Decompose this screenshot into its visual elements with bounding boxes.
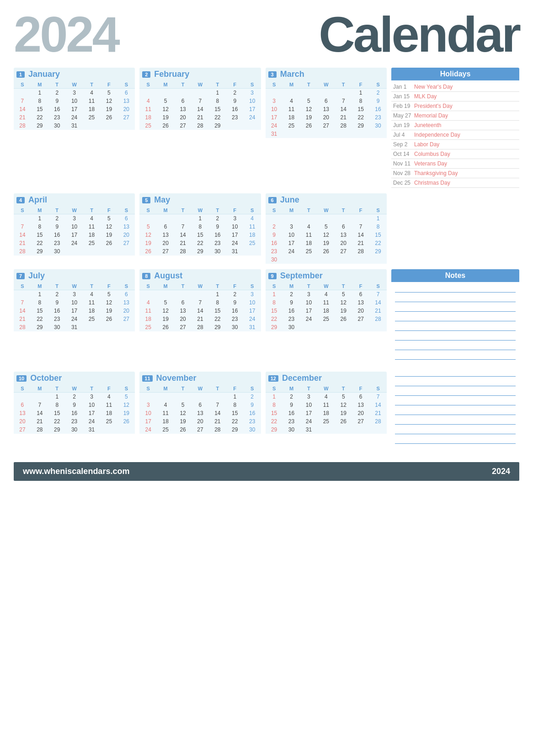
calendar-day: 3 [66, 89, 83, 97]
calendar-day [157, 290, 174, 299]
calendar-day: 10 [300, 401, 317, 409]
calendar-day: 2 [48, 89, 66, 97]
calendar-day: 27 [352, 315, 369, 323]
calendar-day: 11 [317, 298, 335, 307]
month-num: 4 [16, 197, 25, 203]
day-header: W [317, 207, 335, 214]
notes-line [395, 292, 516, 293]
day-header: M [31, 81, 48, 89]
day-header: S [244, 282, 261, 290]
calendar-day: 25 [317, 417, 335, 426]
calendar-day: 29 [266, 323, 283, 331]
calendar-day [192, 290, 209, 299]
calendar-day: 25 [83, 239, 101, 247]
calendar-day: 4 [83, 89, 101, 97]
calendar-day: 7 [209, 401, 226, 409]
calendar-day [209, 393, 226, 401]
calendar-day: 22 [352, 113, 369, 122]
calendar-day: 7 [192, 298, 209, 307]
calendar-day: 26 [139, 247, 157, 256]
calendar-day: 1 [31, 214, 48, 223]
month-table-april: SMTWTFS123456789101112131415161718192021… [14, 207, 135, 256]
calendar-day: 3 [66, 214, 83, 223]
calendar-day: 23 [283, 315, 300, 323]
calendar-day: 9 [369, 97, 387, 105]
calendar-day: 11 [317, 401, 335, 409]
calendar-day: 2 [226, 290, 244, 299]
month-january: 1JanuarySMTWTFS1234567891011121314151617… [14, 68, 135, 188]
calendar-day: 6 [174, 298, 192, 307]
day-header: S [266, 385, 283, 393]
calendar-day: 21 [192, 113, 209, 122]
calendar-day: 2 [226, 89, 244, 97]
calendar-day: 10 [139, 409, 157, 417]
calendar-day: 27 [157, 247, 174, 256]
holiday-date: Feb 19 [393, 103, 414, 109]
calendar-day [352, 214, 369, 223]
calendar-day [266, 89, 283, 97]
calendar-day: 17 [244, 105, 261, 113]
calendar-day: 12 [157, 105, 174, 113]
month-header-march: 3March [266, 68, 387, 81]
calendar-day: 7 [31, 401, 48, 409]
holiday-name: Independence Day [414, 132, 460, 138]
month-table-november: SMTWTFS123456789101112131415161718192021… [139, 385, 261, 434]
notes-panel: Notes [391, 269, 519, 366]
calendar-day: 20 [117, 231, 135, 239]
calendar-day: 12 [300, 105, 317, 113]
calendar-day: 14 [14, 307, 31, 315]
calendar-day [335, 256, 352, 264]
day-header: S [139, 81, 157, 89]
month-september: 9SeptemberSMTWTFS12345678910111213141516… [266, 269, 387, 366]
calendar-day: 15 [209, 105, 226, 113]
notes-line [395, 395, 516, 396]
calendar-day [100, 426, 117, 434]
calendar-day [335, 426, 352, 434]
calendar-day: 23 [226, 113, 244, 122]
calendar-day: 14 [192, 105, 209, 113]
calendar-day [352, 256, 369, 264]
calendar-day: 25 [283, 122, 300, 130]
day-header: S [244, 81, 261, 89]
calendar-day: 16 [266, 239, 283, 247]
calendar-day: 9 [48, 97, 66, 105]
holiday-name: Thanksgiving Day [414, 170, 458, 176]
calendar-day: 3 [66, 290, 83, 299]
calendar-day: 27 [335, 247, 352, 256]
calendar-day: 25 [139, 323, 157, 331]
month-name: September [280, 271, 323, 281]
calendar-day: 4 [100, 393, 117, 401]
month-header-august: 8August [139, 269, 261, 282]
calendar-day: 23 [283, 417, 300, 426]
day-header: F [100, 81, 117, 89]
day-header: W [192, 207, 209, 214]
calendar-day: 12 [117, 401, 135, 409]
notes-line [395, 405, 516, 405]
calendar-day: 29 [266, 426, 283, 434]
calendar-day: 13 [174, 105, 192, 113]
calendar-day: 7 [174, 223, 192, 231]
calendar-day: 26 [157, 122, 174, 130]
calendar-day: 23 [369, 113, 387, 122]
calendar-day: 15 [31, 105, 48, 113]
calendar-day: 2 [369, 89, 387, 97]
holiday-row: Jul 4Independence Day [391, 130, 519, 140]
calendar-day: 27 [117, 113, 135, 122]
calendar-day [244, 122, 261, 130]
calendar-day: 24 [139, 426, 157, 434]
calendar-day: 7 [335, 97, 352, 105]
calendar-day: 14 [14, 105, 31, 113]
month-num: 9 [268, 273, 277, 279]
calendar-day: 10 [283, 231, 300, 239]
holiday-row: Sep 2Labor Day [391, 140, 519, 149]
calendar-day: 13 [117, 97, 135, 105]
calendar-day: 6 [352, 393, 369, 401]
calendar-day: 29 [209, 323, 226, 331]
calendar-day: 26 [300, 122, 317, 130]
empty-col-2 [391, 193, 519, 264]
month-num: 8 [142, 273, 150, 279]
calendar-day: 27 [192, 426, 209, 434]
holiday-name: President's Day [414, 103, 453, 109]
calendar-day: 21 [192, 315, 209, 323]
calendar-day: 18 [244, 231, 261, 239]
